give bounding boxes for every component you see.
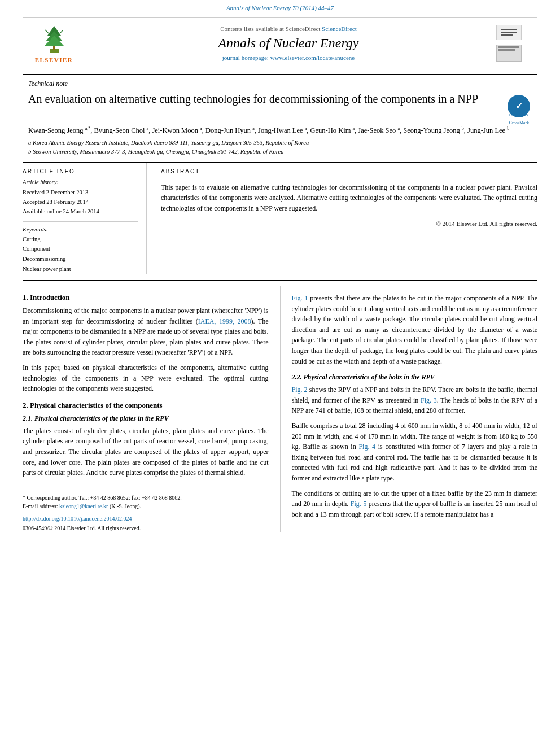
article-history-label: Article history: — [23, 178, 138, 187]
footnote-email-text: E-mail address: ksjeong1@kaeri.re.kr (K.… — [23, 502, 269, 510]
intro-para2: In this paper, based on physical charact… — [23, 362, 269, 394]
elsevier-tree-icon — [37, 23, 71, 54]
main-two-col: 1. Introduction Decommissioning of the m… — [23, 286, 537, 532]
journal-header-box: ELSEVIER Contents lists available at Sci… — [23, 17, 537, 69]
svg-text:✓: ✓ — [515, 101, 523, 111]
intro-para1: Decommissioning of the major components … — [23, 305, 269, 358]
fig4-link[interactable]: Fig. 4 — [358, 443, 375, 451]
authors-line: Kwan-Seong Jeong a,*, Byung-Seon Choi a,… — [28, 125, 532, 136]
footnote-section: * Corresponding author. Tel.: +84 42 868… — [23, 490, 269, 532]
journal-center: Contents lists available at ScienceDirec… — [97, 25, 480, 61]
head-text: head — [517, 500, 530, 508]
elsevier-brand-text: ELSEVIER — [35, 56, 73, 63]
elsevier-logo: ELSEVIER — [34, 23, 85, 63]
keywords-label: Keywords: — [23, 226, 138, 233]
journal-top-ref: Annals of Nuclear Energy 70 (2014) 44–47 — [226, 5, 334, 11]
abstract-text: This paper is to evaluate on alternative… — [161, 182, 537, 214]
affiliation-a: a Korea Atomic Energy Research Institute… — [28, 138, 532, 147]
footnote-star-text: * Corresponding author. Tel.: +84 42 868… — [23, 493, 269, 502]
sub2-2-text1: Fig. 2 shows the RPV of a NPP and bolts … — [292, 385, 538, 416]
received-date: Received 2 December 2013 — [23, 188, 138, 198]
fig5-link[interactable]: Fig. 5 — [351, 500, 366, 508]
svg-line-5 — [45, 30, 49, 33]
iaea-link[interactable]: IAEA, 1999, 2008 — [198, 317, 251, 325]
fig1-link[interactable]: Fig. 1 — [292, 294, 308, 302]
main-left-col: 1. Introduction Decommissioning of the m… — [23, 286, 269, 532]
crossmark-logo: ✓ CrossMark CrossMark — [506, 94, 532, 119]
fig3-link[interactable]: Fig. 3 — [421, 396, 437, 404]
svg-text:CrossMark: CrossMark — [509, 113, 528, 117]
copyright-notice: © 2014 Elsevier Ltd. All rights reserved… — [161, 220, 537, 227]
main-divider — [23, 74, 537, 75]
main-content: 1. Introduction Decommissioning of the m… — [23, 286, 537, 532]
technical-note-label: Technical note — [28, 80, 532, 88]
abstract-col: ABSTRACT This paper is to evaluate on al… — [158, 163, 537, 275]
section2-title: 2. Physical characteristics of the compo… — [23, 401, 269, 410]
accepted-date: Accepted 28 February 2014 — [23, 198, 138, 207]
sub2-1-title: 2.1. Physical characteristics of the pla… — [23, 414, 269, 423]
science-direct-line: Contents lists available at ScienceDirec… — [97, 25, 480, 32]
keyword-nuclear: Nuclear power plant — [23, 264, 138, 274]
keyword-cutting: Cutting — [23, 234, 138, 244]
section1-title: 1. Introduction — [23, 293, 269, 302]
doi-link[interactable]: http://dx.doi.org/10.1016/j.anucene.2014… — [23, 516, 132, 522]
crossmark-text: CrossMark — [506, 120, 532, 126]
main-right-col: Fig. 1 presents that there are the plate… — [280, 286, 538, 532]
paper-title-container: An evaluation on alternative cutting tec… — [28, 91, 532, 119]
sub2-2-text2: Baffle comprises a total 28 including 4 … — [292, 421, 538, 484]
affiliations: a Korea Atomic Energy Research Institute… — [28, 138, 532, 156]
keyword-decommissioning: Decommissioning — [23, 254, 138, 264]
sub2-1-text: The plates consist of cylinder plates, c… — [23, 426, 269, 478]
sub2-2-title: 2.2. Physical characteristics of the bol… — [292, 373, 538, 382]
article-info-header: ARTICLE INFO — [23, 168, 138, 174]
journal-thumbnail — [492, 25, 526, 62]
email-link[interactable]: ksjeong1@kaeri.re.kr — [59, 503, 108, 509]
right-col-intro: Fig. 1 presents that there are the plate… — [292, 293, 538, 366]
sub2-2-text3: The conditions of cutting are to cut the… — [292, 488, 538, 520]
journal-title: Annals of Nuclear Energy — [97, 36, 480, 51]
keyword-component: Component — [23, 244, 138, 254]
svg-line-6 — [60, 30, 63, 33]
issn-text: 0306-4549/© 2014 Elsevier Ltd. All right… — [23, 524, 269, 532]
science-direct-link[interactable]: ScienceDirect — [322, 25, 357, 32]
affiliation-b: b Seowon University, Musimnaero 377-3, H… — [28, 147, 532, 156]
paper-title: An evaluation on alternative cutting tec… — [28, 91, 495, 106]
article-info-col: ARTICLE INFO Article history: Received 2… — [23, 163, 147, 275]
available-online: Available online 24 March 2014 — [23, 207, 138, 217]
fig2-link[interactable]: Fig. 2 — [292, 386, 308, 394]
abstract-header: ABSTRACT — [161, 168, 537, 174]
journal-homepage: journal homepage: www.elsevier.com/locat… — [97, 54, 480, 61]
